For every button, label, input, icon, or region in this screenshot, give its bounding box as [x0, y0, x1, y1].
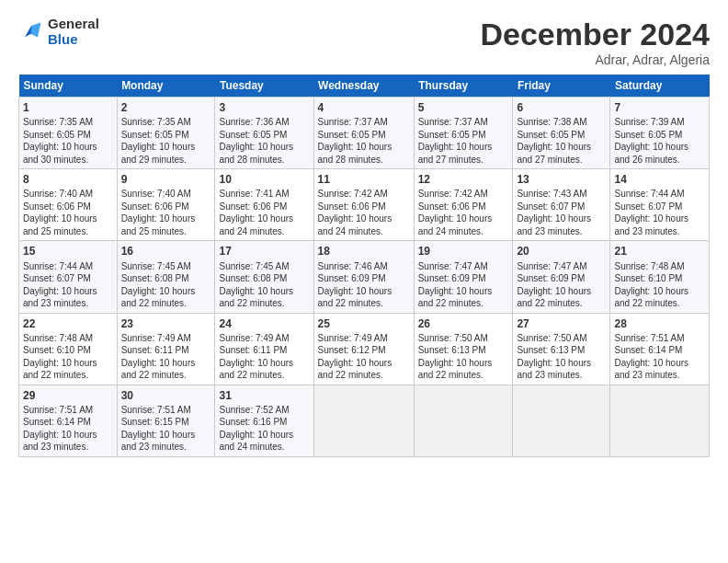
- day-info: Sunrise: 7:35 AM Sunset: 6:05 PM Dayligh…: [121, 116, 211, 166]
- day-cell: 14Sunrise: 7:44 AM Sunset: 6:07 PM Dayli…: [610, 169, 710, 241]
- day-number: 6: [517, 100, 606, 115]
- week-row-2: 8Sunrise: 7:40 AM Sunset: 6:06 PM Daylig…: [19, 169, 710, 241]
- day-cell: 10Sunrise: 7:41 AM Sunset: 6:06 PM Dayli…: [215, 169, 313, 241]
- logo-icon: [18, 19, 44, 45]
- day-cell: 28Sunrise: 7:51 AM Sunset: 6:14 PM Dayli…: [610, 313, 710, 385]
- day-cell: 1Sunrise: 7:35 AM Sunset: 6:05 PM Daylig…: [19, 98, 118, 169]
- day-info: Sunrise: 7:42 AM Sunset: 6:06 PM Dayligh…: [318, 188, 410, 237]
- day-number: 24: [219, 316, 309, 331]
- day-info: Sunrise: 7:44 AM Sunset: 6:07 PM Dayligh…: [23, 260, 113, 310]
- day-number: 29: [23, 388, 113, 403]
- day-info: Sunrise: 7:37 AM Sunset: 6:05 PM Dayligh…: [418, 116, 509, 166]
- day-cell: 9Sunrise: 7:40 AM Sunset: 6:06 PM Daylig…: [117, 169, 215, 241]
- day-info: Sunrise: 7:48 AM Sunset: 6:10 PM Dayligh…: [23, 332, 113, 382]
- day-number: 19: [418, 244, 509, 259]
- day-info: Sunrise: 7:35 AM Sunset: 6:05 PM Dayligh…: [23, 116, 113, 166]
- day-number: 30: [121, 388, 211, 403]
- header-row: SundayMondayTuesdayWednesdayThursdayFrid…: [19, 75, 710, 98]
- logo-text: General Blue: [48, 17, 99, 47]
- col-header-sunday: Sunday: [19, 75, 118, 98]
- week-row-1: 1Sunrise: 7:35 AM Sunset: 6:05 PM Daylig…: [19, 98, 710, 169]
- day-number: 1: [23, 100, 113, 115]
- day-cell: 31Sunrise: 7:52 AM Sunset: 6:16 PM Dayli…: [215, 385, 313, 456]
- day-cell: 24Sunrise: 7:49 AM Sunset: 6:11 PM Dayli…: [215, 313, 313, 385]
- day-info: Sunrise: 7:51 AM Sunset: 6:15 PM Dayligh…: [121, 404, 211, 454]
- day-info: Sunrise: 7:37 AM Sunset: 6:05 PM Dayligh…: [318, 116, 410, 166]
- day-number: 31: [219, 388, 309, 403]
- day-cell: 2Sunrise: 7:35 AM Sunset: 6:05 PM Daylig…: [117, 98, 215, 169]
- day-number: 2: [121, 100, 211, 115]
- col-header-friday: Friday: [513, 75, 610, 98]
- day-number: 18: [318, 244, 410, 259]
- svg-marker-1: [31, 22, 41, 37]
- day-number: 26: [418, 316, 509, 331]
- day-info: Sunrise: 7:40 AM Sunset: 6:06 PM Dayligh…: [121, 188, 211, 237]
- day-number: 25: [318, 316, 410, 331]
- col-header-thursday: Thursday: [414, 75, 513, 98]
- day-number: 7: [614, 100, 705, 115]
- day-cell: 16Sunrise: 7:45 AM Sunset: 6:08 PM Dayli…: [117, 241, 215, 313]
- day-info: Sunrise: 7:38 AM Sunset: 6:05 PM Dayligh…: [517, 116, 606, 166]
- day-cell: [414, 385, 513, 456]
- day-number: 20: [517, 244, 606, 259]
- day-number: 8: [23, 172, 113, 187]
- day-cell: [610, 385, 710, 456]
- day-info: Sunrise: 7:49 AM Sunset: 6:12 PM Dayligh…: [318, 332, 410, 382]
- day-cell: 22Sunrise: 7:48 AM Sunset: 6:10 PM Dayli…: [19, 313, 118, 385]
- day-number: 3: [219, 100, 309, 115]
- day-cell: 27Sunrise: 7:50 AM Sunset: 6:13 PM Dayli…: [513, 313, 610, 385]
- day-number: 14: [614, 172, 705, 187]
- day-info: Sunrise: 7:47 AM Sunset: 6:09 PM Dayligh…: [418, 260, 509, 310]
- col-header-saturday: Saturday: [610, 75, 710, 98]
- day-cell: 8Sunrise: 7:40 AM Sunset: 6:06 PM Daylig…: [19, 169, 118, 241]
- day-cell: 19Sunrise: 7:47 AM Sunset: 6:09 PM Dayli…: [414, 241, 513, 313]
- day-cell: 5Sunrise: 7:37 AM Sunset: 6:05 PM Daylig…: [414, 98, 513, 169]
- header: General Blue December 2024 Adrar, Adrar,…: [18, 17, 710, 67]
- day-number: 9: [121, 172, 211, 187]
- day-info: Sunrise: 7:50 AM Sunset: 6:13 PM Dayligh…: [418, 332, 509, 382]
- day-cell: [513, 385, 610, 456]
- day-cell: 7Sunrise: 7:39 AM Sunset: 6:05 PM Daylig…: [610, 98, 710, 169]
- day-number: 17: [219, 244, 309, 259]
- day-number: 21: [614, 244, 705, 259]
- calendar-table: SundayMondayTuesdayWednesdayThursdayFrid…: [18, 75, 710, 457]
- col-header-wednesday: Wednesday: [313, 75, 414, 98]
- day-number: 10: [219, 172, 309, 187]
- day-number: 16: [121, 244, 211, 259]
- day-cell: [313, 385, 414, 456]
- day-cell: 20Sunrise: 7:47 AM Sunset: 6:09 PM Dayli…: [513, 241, 610, 313]
- week-row-3: 15Sunrise: 7:44 AM Sunset: 6:07 PM Dayli…: [19, 241, 710, 313]
- day-info: Sunrise: 7:43 AM Sunset: 6:07 PM Dayligh…: [517, 188, 606, 237]
- day-number: 4: [318, 100, 410, 115]
- day-number: 28: [614, 316, 705, 331]
- col-header-monday: Monday: [117, 75, 215, 98]
- day-info: Sunrise: 7:50 AM Sunset: 6:13 PM Dayligh…: [517, 332, 606, 382]
- day-number: 12: [418, 172, 509, 187]
- day-cell: 6Sunrise: 7:38 AM Sunset: 6:05 PM Daylig…: [513, 98, 610, 169]
- day-cell: 23Sunrise: 7:49 AM Sunset: 6:11 PM Dayli…: [117, 313, 215, 385]
- day-cell: 12Sunrise: 7:42 AM Sunset: 6:06 PM Dayli…: [414, 169, 513, 241]
- day-number: 5: [418, 100, 509, 115]
- day-info: Sunrise: 7:39 AM Sunset: 6:05 PM Dayligh…: [614, 116, 705, 166]
- day-info: Sunrise: 7:42 AM Sunset: 6:06 PM Dayligh…: [418, 188, 509, 237]
- day-info: Sunrise: 7:41 AM Sunset: 6:06 PM Dayligh…: [219, 188, 309, 237]
- day-info: Sunrise: 7:44 AM Sunset: 6:07 PM Dayligh…: [614, 188, 705, 237]
- day-info: Sunrise: 7:36 AM Sunset: 6:05 PM Dayligh…: [219, 116, 309, 166]
- week-row-5: 29Sunrise: 7:51 AM Sunset: 6:14 PM Dayli…: [19, 385, 710, 456]
- day-info: Sunrise: 7:48 AM Sunset: 6:10 PM Dayligh…: [614, 260, 705, 310]
- day-number: 15: [23, 244, 113, 259]
- page: General Blue December 2024 Adrar, Adrar,…: [0, 0, 728, 466]
- day-info: Sunrise: 7:52 AM Sunset: 6:16 PM Dayligh…: [219, 404, 309, 454]
- day-info: Sunrise: 7:47 AM Sunset: 6:09 PM Dayligh…: [517, 260, 606, 310]
- col-header-tuesday: Tuesday: [215, 75, 313, 98]
- day-cell: 15Sunrise: 7:44 AM Sunset: 6:07 PM Dayli…: [19, 241, 118, 313]
- location: Adrar, Adrar, Algeria: [480, 52, 710, 67]
- day-info: Sunrise: 7:51 AM Sunset: 6:14 PM Dayligh…: [614, 332, 705, 382]
- day-number: 27: [517, 316, 606, 331]
- day-cell: 18Sunrise: 7:46 AM Sunset: 6:09 PM Dayli…: [313, 241, 414, 313]
- title-block: December 2024 Adrar, Adrar, Algeria: [480, 17, 710, 67]
- day-info: Sunrise: 7:46 AM Sunset: 6:09 PM Dayligh…: [318, 260, 410, 310]
- day-number: 13: [517, 172, 606, 187]
- day-cell: 4Sunrise: 7:37 AM Sunset: 6:05 PM Daylig…: [313, 98, 414, 169]
- day-info: Sunrise: 7:51 AM Sunset: 6:14 PM Dayligh…: [23, 404, 113, 454]
